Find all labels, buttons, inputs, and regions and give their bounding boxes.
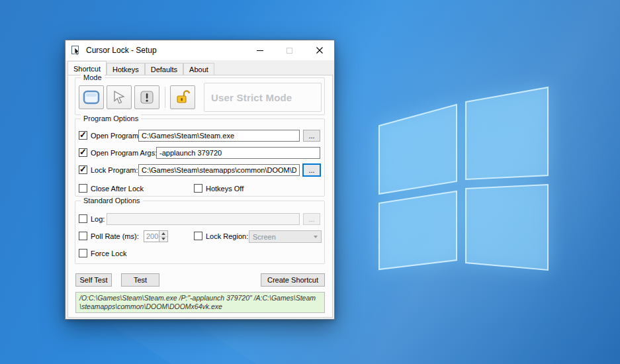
command-preview: /O:C:\Games\Steam\Steam.exe /P:"-applaun… bbox=[75, 292, 325, 313]
log-checkbox[interactable]: Log: bbox=[79, 214, 105, 223]
windows-logo bbox=[357, 73, 562, 285]
lock-region-label: Lock Region: bbox=[206, 232, 248, 240]
spinner-up-button[interactable] bbox=[159, 231, 167, 236]
down-arrow-icon bbox=[161, 238, 165, 240]
force-lock-label: Force Lock bbox=[91, 250, 126, 257]
checkbox-box bbox=[194, 184, 202, 193]
open-program-label: Open Program: bbox=[91, 132, 140, 140]
open-program-args-checkbox[interactable]: Open Program Args: bbox=[79, 148, 157, 157]
lock-program-label: Lock Program: bbox=[91, 166, 138, 174]
warning-mode-button[interactable] bbox=[134, 85, 159, 109]
tab-defaults[interactable]: Defaults bbox=[145, 63, 183, 75]
poll-rate-checkbox[interactable]: Poll Rate (ms): bbox=[79, 232, 139, 240]
spinner-down-button[interactable] bbox=[159, 236, 167, 242]
log-browse-button: ... bbox=[303, 213, 320, 225]
maximize-icon bbox=[287, 48, 292, 54]
close-after-lock-checkbox[interactable]: Close After Lock bbox=[79, 184, 144, 193]
caption-buttons bbox=[245, 40, 334, 60]
open-program-checkbox[interactable]: Open Program: bbox=[79, 131, 140, 140]
tab-shortcut[interactable]: Shortcut bbox=[67, 61, 107, 75]
tab-strip: Shortcut Hotkeys Defaults About bbox=[67, 62, 333, 75]
desktop: Cursor Lock - Setup Shortcut Hotkeys Def… bbox=[0, 0, 620, 364]
app-icon bbox=[71, 45, 81, 56]
standard-options-legend: Standard Options bbox=[81, 197, 143, 205]
close-button[interactable] bbox=[304, 40, 334, 60]
mode-display-text: User Strict Mode bbox=[211, 92, 292, 103]
checkbox-box bbox=[79, 131, 87, 140]
lock-region-checkbox[interactable]: Lock Region: bbox=[194, 232, 248, 240]
cursor-lock-window: Cursor Lock - Setup Shortcut Hotkeys Def… bbox=[65, 40, 335, 320]
tab-hotkeys[interactable]: Hotkeys bbox=[107, 63, 145, 75]
lock-region-selected-value: Screen bbox=[249, 233, 310, 241]
lock-program-checkbox[interactable]: Lock Program: bbox=[79, 165, 138, 174]
cursor-mode-icon bbox=[111, 89, 127, 105]
hotkeys-off-label: Hotkeys Off bbox=[206, 185, 244, 193]
lock-program-input[interactable] bbox=[138, 164, 300, 176]
checkbox-box bbox=[79, 184, 87, 193]
program-options-legend: Program Options bbox=[81, 114, 141, 122]
toolbar-separator bbox=[165, 87, 165, 108]
poll-rate-input[interactable] bbox=[144, 231, 159, 242]
minimize-icon bbox=[257, 50, 263, 51]
window-mode-icon bbox=[83, 90, 100, 105]
self-test-button[interactable]: Self Test bbox=[75, 273, 112, 287]
maximize-button bbox=[275, 40, 304, 60]
close-after-lock-label: Close After Lock bbox=[91, 185, 144, 193]
hotkeys-off-checkbox[interactable]: Hotkeys Off bbox=[194, 184, 244, 193]
spinner-arrows bbox=[159, 231, 167, 242]
poll-rate-label: Poll Rate (ms): bbox=[91, 232, 139, 240]
checkbox-box bbox=[79, 214, 87, 223]
lock-program-browse-button[interactable]: ... bbox=[302, 163, 321, 177]
checkbox-box bbox=[79, 148, 87, 157]
mode-display-panel: User Strict Mode bbox=[204, 83, 322, 112]
tab-about[interactable]: About bbox=[183, 63, 214, 75]
checkbox-box bbox=[79, 232, 87, 240]
checkbox-box bbox=[79, 249, 87, 257]
dropdown-arrow-icon bbox=[310, 236, 321, 238]
up-arrow-icon bbox=[161, 232, 165, 235]
open-program-args-input[interactable] bbox=[156, 147, 320, 159]
lock-region-select: Screen bbox=[249, 230, 322, 243]
test-button[interactable]: Test bbox=[121, 273, 159, 287]
titlebar[interactable]: Cursor Lock - Setup bbox=[66, 40, 334, 60]
window-mode-button[interactable] bbox=[79, 85, 104, 109]
force-lock-checkbox[interactable]: Force Lock bbox=[79, 249, 126, 257]
minimize-button[interactable] bbox=[245, 40, 275, 60]
close-icon bbox=[316, 47, 323, 54]
unlock-mode-icon bbox=[175, 89, 191, 105]
checkbox-box bbox=[79, 165, 87, 174]
warning-mode-icon bbox=[139, 89, 155, 105]
log-input bbox=[107, 213, 300, 225]
cursor-mode-button[interactable] bbox=[107, 85, 132, 109]
window-title: Cursor Lock - Setup bbox=[86, 46, 157, 55]
unlock-mode-button[interactable] bbox=[170, 85, 195, 109]
log-label: Log: bbox=[91, 215, 105, 223]
open-program-browse-button[interactable]: ... bbox=[303, 130, 320, 142]
create-shortcut-button[interactable]: Create Shortcut bbox=[261, 273, 325, 287]
open-program-args-label: Open Program Args: bbox=[91, 149, 157, 157]
checkbox-box bbox=[194, 232, 202, 240]
poll-rate-spinner[interactable] bbox=[144, 230, 168, 242]
open-program-input[interactable] bbox=[138, 130, 300, 142]
